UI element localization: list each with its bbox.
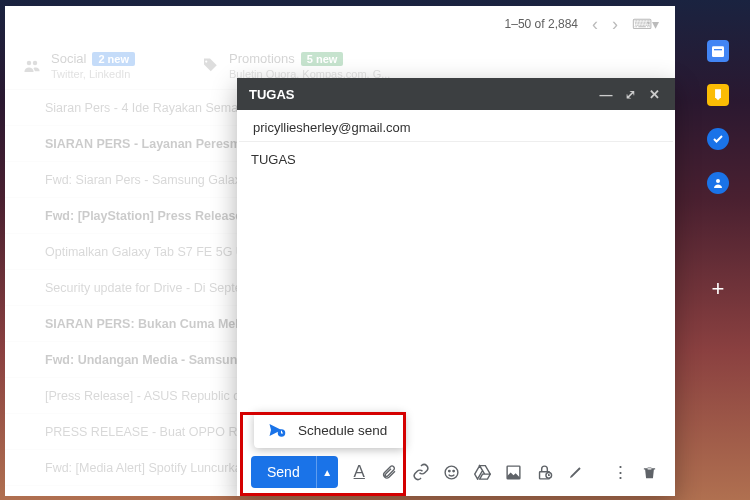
svg-point-5 [449, 470, 450, 471]
more-options-icon[interactable]: ⋮ [611, 462, 630, 483]
compose-title: TUGAS [249, 87, 295, 102]
confidential-icon[interactable] [536, 464, 555, 481]
svg-point-12 [716, 179, 720, 183]
drive-icon[interactable] [474, 464, 493, 480]
discard-icon[interactable] [642, 464, 661, 481]
toolbar-top: 1–50 of 2,884 ‹ › ⌨▾ [5, 6, 675, 42]
people-icon [23, 57, 41, 75]
send-button[interactable]: Send [251, 456, 316, 488]
svg-point-1 [33, 60, 38, 65]
tasks-icon[interactable] [707, 128, 729, 150]
tab-social[interactable]: Social 2 new Twitter, LinkedIn [5, 42, 153, 89]
side-panel: + [686, 0, 750, 500]
svg-point-0 [27, 60, 32, 65]
minimize-icon[interactable]: — [597, 87, 615, 102]
contacts-icon[interactable] [707, 172, 729, 194]
schedule-send-label: Schedule send [298, 423, 387, 438]
subject-field[interactable]: TUGAS [237, 142, 675, 177]
svg-point-2 [205, 60, 207, 62]
svg-rect-10 [712, 46, 724, 57]
compose-window: TUGAS — ⤢ ✕ pricylliesherley@gmail.com T… [237, 78, 675, 496]
tab-promotions-label: Promotions [229, 51, 295, 66]
svg-point-6 [453, 470, 454, 471]
svg-point-4 [445, 466, 458, 479]
compose-body[interactable] [237, 177, 675, 448]
close-icon[interactable]: ✕ [645, 87, 663, 102]
pagination-range: 1–50 of 2,884 [505, 17, 578, 31]
recipient-field[interactable]: pricylliesherley@gmail.com [239, 110, 673, 142]
send-options-button[interactable]: ▲ [316, 456, 338, 488]
compose-header[interactable]: TUGAS — ⤢ ✕ [237, 78, 675, 110]
svg-rect-11 [714, 49, 722, 50]
emoji-icon[interactable] [443, 464, 462, 481]
next-page-button[interactable]: › [612, 14, 618, 35]
calendar-icon[interactable] [707, 40, 729, 62]
tag-icon [201, 57, 219, 75]
schedule-send-menu[interactable]: Schedule send [254, 412, 405, 448]
add-apps-button[interactable]: + [712, 276, 725, 302]
attach-icon[interactable] [381, 463, 400, 481]
send-split-button: Send ▲ [251, 456, 338, 488]
tab-social-meta: Twitter, LinkedIn [51, 68, 135, 80]
promotions-badge: 5 new [301, 52, 344, 66]
schedule-send-icon [268, 422, 286, 438]
input-tools-icon[interactable]: ⌨▾ [632, 16, 659, 32]
social-badge: 2 new [92, 52, 135, 66]
expand-icon[interactable]: ⤢ [621, 87, 639, 102]
pen-icon[interactable] [568, 464, 587, 480]
prev-page-button[interactable]: ‹ [592, 14, 598, 35]
link-icon[interactable] [412, 463, 431, 481]
gmail-panel: 1–50 of 2,884 ‹ › ⌨▾ Social 2 new Twitte… [5, 6, 675, 496]
format-icon[interactable]: A [350, 462, 369, 482]
compose-toolbar: Send ▲ A [237, 448, 675, 496]
keep-icon[interactable] [707, 84, 729, 106]
tab-social-label: Social [51, 51, 86, 66]
image-icon[interactable] [505, 464, 524, 481]
